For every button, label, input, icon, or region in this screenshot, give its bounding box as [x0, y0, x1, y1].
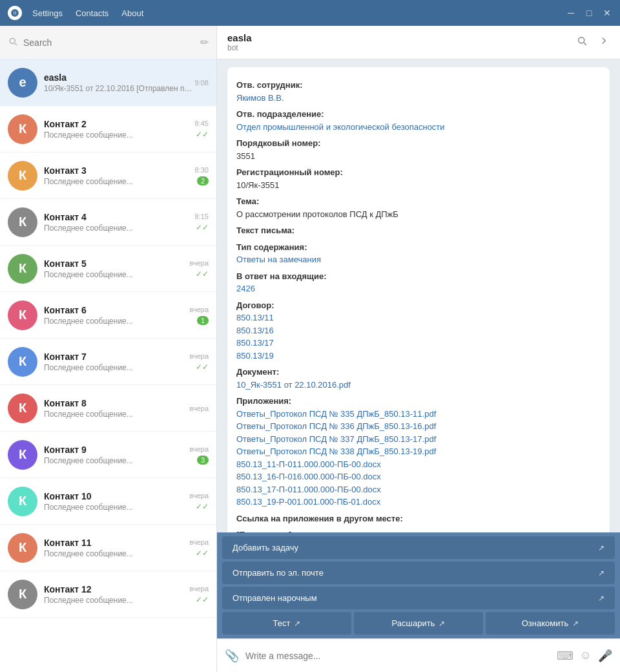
send-email-button[interactable]: Отправить по эл. почте ↗: [222, 562, 615, 584]
action-btn-row: Тест ↗ Расшарить ↗ Ознакомить ↗: [222, 612, 615, 635]
forward-icon[interactable]: [598, 35, 610, 50]
contact-time: вчера: [190, 538, 209, 546]
contact-info: Контакт 6 Последнее сообщение...: [44, 305, 190, 326]
add-task-arrow: ↗: [598, 543, 604, 552]
contract-link[interactable]: 850.13/19: [236, 350, 601, 362]
search-input[interactable]: [23, 37, 200, 48]
attachment-link[interactable]: 850.13_16-П-016.000.000-ПБ-00.docx: [236, 470, 601, 483]
contact-meta: 8:30 2: [195, 166, 209, 185]
menu-about[interactable]: About: [121, 8, 143, 18]
contact-meta: вчера ✓✓: [190, 259, 209, 278]
app-logo: [8, 6, 22, 20]
theme-label: Тема:: [236, 195, 601, 208]
chat-messages[interactable]: Отв. сотрудник: Якимов В.В. Отв. подразд…: [217, 59, 620, 532]
contact-meta: 8:15 ✓✓: [195, 213, 209, 232]
resp-dept-value[interactable]: Отдел промышленной и экологической безоп…: [236, 121, 601, 134]
attachment-link[interactable]: Ответы_Протокол ПСД № 338 ДПжБ_850.13-19…: [236, 445, 601, 458]
ext-link-label: Ссылка на приложения в другом месте:: [236, 512, 601, 525]
contact-item[interactable]: К Контакт 4 Последнее сообщение... 8:15 …: [0, 199, 216, 246]
compose-icon[interactable]: ✏: [200, 36, 209, 48]
minimize-button[interactable]: ─: [566, 8, 576, 18]
attachment-link[interactable]: 850.13_19-Р-001.001.000-ПБ-01.docx: [236, 496, 601, 509]
contact-item[interactable]: К Контакт 12 Последнее сообщение... вчер…: [0, 571, 216, 618]
contact-name: Контакт 12: [44, 584, 190, 594]
contact-msg: Последнее сообщение...: [44, 270, 190, 279]
read-check: ✓✓: [196, 595, 209, 604]
contact-item[interactable]: e easla 10/Як-3551 от 22.10.2016 [Отправ…: [0, 59, 216, 106]
maximize-button[interactable]: □: [584, 8, 594, 18]
voice-icon[interactable]: 🎤: [598, 649, 612, 663]
read-check: ✓✓: [196, 502, 209, 511]
read-check: ✓✓: [196, 130, 209, 139]
contract-label: Договор:: [236, 299, 601, 312]
contract-link[interactable]: 850.13/11: [236, 311, 601, 324]
contract-link[interactable]: 850.13/16: [236, 324, 601, 337]
input-right-icons: ⌨ ☺ 🎤: [557, 649, 612, 663]
theme-value: О рассмотрении протоколов ПСД к ДПжБ: [236, 208, 601, 221]
read-check: ✓✓: [196, 223, 209, 232]
contact-time: вчера: [190, 306, 209, 313]
chat-name: easla: [227, 32, 576, 43]
contact-name: Контакт 10: [44, 491, 190, 501]
contact-item[interactable]: К Контакт 2 Последнее сообщение... 8:45 …: [0, 106, 216, 152]
attachment-link[interactable]: 850.13_17-П-011.000.000-ПБ-00.docx: [236, 483, 601, 496]
menu-contacts[interactable]: Contacts: [76, 8, 108, 18]
content-type-value[interactable]: Ответы на замечания: [236, 253, 601, 266]
in-response-value[interactable]: 2426: [236, 282, 601, 295]
contact-info: Контакт 2 Последнее сообщение...: [44, 119, 195, 140]
attachment-link[interactable]: Ответы_Протокол ПСД № 337 ДПжБ_850.13-17…: [236, 433, 601, 446]
contact-item[interactable]: К Контакт 6 Последнее сообщение... вчера…: [0, 292, 216, 339]
contact-name: Контакт 6: [44, 305, 190, 315]
add-task-button[interactable]: Добавить задачу ↗: [222, 536, 615, 559]
emoji-icon[interactable]: ☺: [580, 649, 592, 662]
sent-courier-arrow: ↗: [598, 594, 604, 603]
menu-settings[interactable]: Settings: [32, 8, 63, 18]
contact-info: Контакт 11 Последнее сообщение...: [44, 538, 190, 558]
sent-courier-button[interactable]: Отправлен нарочным ↗: [222, 587, 615, 609]
in-response-label: В ответ на входящие:: [236, 270, 601, 283]
expand-button[interactable]: Расшарить ↗: [354, 612, 483, 635]
contact-item[interactable]: К Контакт 3 Последнее сообщение... 8:30 …: [0, 152, 216, 199]
contact-item[interactable]: К Контакт 8 Последнее сообщение... вчера: [0, 385, 216, 432]
avatar: К: [8, 394, 37, 423]
svg-point-0: [579, 37, 584, 43]
attachment-link[interactable]: Ответы_Протокол ПСД № 335 ДПжБ_850.13-11…: [236, 408, 601, 421]
doc-label: Документ:: [236, 366, 601, 379]
contact-badge: 1: [197, 316, 209, 325]
test-button[interactable]: Тест ↗: [222, 612, 351, 635]
contact-item[interactable]: К Контакт 7 Последнее сообщение... вчера…: [0, 339, 216, 385]
close-button[interactable]: ✕: [602, 8, 612, 18]
acquaint-button[interactable]: Ознакомить ↗: [486, 612, 615, 635]
contract-link[interactable]: 850.13/17: [236, 337, 601, 350]
avatar: К: [8, 161, 37, 191]
command-icon[interactable]: ⌨: [557, 649, 574, 663]
attachment-link[interactable]: 850.13_11-П-011.000.000-ПБ-00.docx: [236, 458, 601, 471]
contact-item[interactable]: К Контакт 10 Последнее сообщение... вчер…: [0, 478, 216, 525]
contact-list: e easla 10/Як-3551 от 22.10.2016 [Отправ…: [0, 59, 216, 672]
avatar: К: [8, 207, 37, 237]
contact-item[interactable]: К Контакт 5 Последнее сообщение... вчера…: [0, 246, 216, 292]
contact-time: вчера: [190, 352, 209, 360]
contact-item[interactable]: К Контакт 11 Последнее сообщение... вчер…: [0, 525, 216, 571]
message-input-bar: 📎 ⌨ ☺ 🎤: [217, 638, 620, 672]
resp-employee-value[interactable]: Якимов В.В.: [236, 92, 601, 105]
chat-title-block: easla bot: [227, 32, 576, 52]
search-bar: ✏: [0, 26, 216, 59]
contact-info: Контакт 12 Последнее сообщение...: [44, 584, 190, 605]
avatar: К: [8, 487, 37, 516]
attachments-label: Приложения:: [236, 395, 601, 408]
avatar: К: [8, 114, 37, 144]
message-input[interactable]: [245, 651, 550, 661]
action-buttons: Добавить задачу ↗ Отправить по эл. почте…: [217, 532, 620, 638]
attachment-icon[interactable]: 📎: [225, 649, 239, 663]
contact-name: Контакт 7: [44, 352, 190, 362]
content-type-label: Тип содержания:: [236, 241, 601, 254]
contracts-list: 850.13/11850.13/16850.13/17850.13/19: [236, 311, 601, 362]
contact-item[interactable]: К Контакт 9 Последнее сообщение... вчера…: [0, 432, 216, 478]
search-chat-icon[interactable]: [576, 35, 588, 50]
order-num-label: Порядковый номер:: [236, 137, 601, 150]
attachment-link[interactable]: Ответы_Протокол ПСД № 336 ДПжБ_850.13-16…: [236, 420, 601, 433]
doc-value[interactable]: 10_Як-3551 от 22.10.2016.pdf: [236, 379, 601, 392]
contact-name: Контакт 2: [44, 119, 195, 129]
contact-meta: 9:08: [195, 79, 209, 87]
